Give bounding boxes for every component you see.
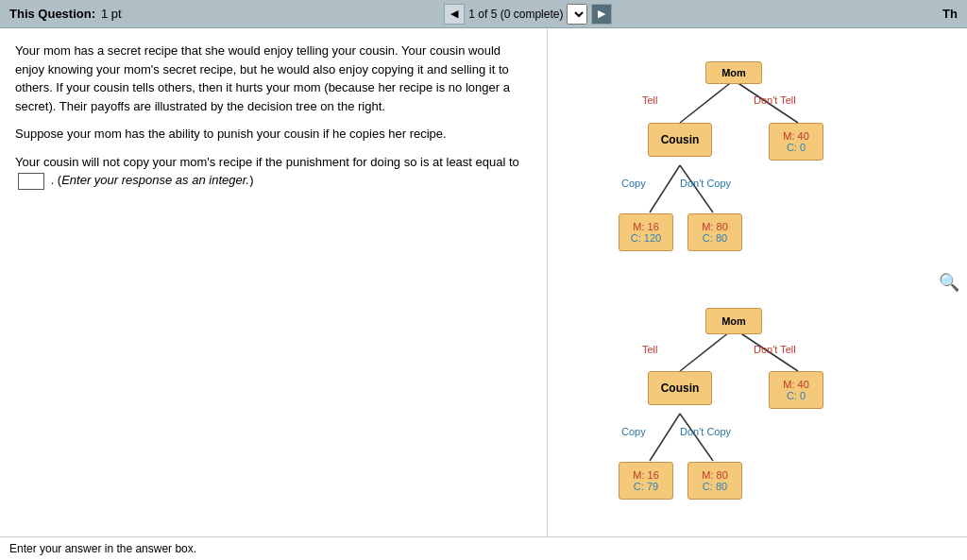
tree2-donttell-payoff: M: 40 C: 0 xyxy=(769,371,823,409)
question-label: This Question: xyxy=(9,7,95,21)
tree1-tell-label: Tell xyxy=(642,94,658,106)
tree2-dontcopy-payoff: M: 80 C: 80 xyxy=(687,462,742,500)
tree1-dont-tell-label: Don't Tell xyxy=(754,94,796,106)
svg-line-2 xyxy=(650,165,680,212)
navigation-center: ◀ 1 of 5 (0 complete) ▶ xyxy=(444,4,612,25)
svg-line-3 xyxy=(680,165,713,212)
right-panel: Mom Tell Don't Tell Cousin M: 40 C: 0 Co… xyxy=(548,28,967,536)
top-bar: This Question: 1 pt ◀ 1 of 5 (0 complete… xyxy=(0,0,967,28)
bottom-bar: Enter your answer in the answer box. xyxy=(0,536,967,560)
zoom-icon[interactable]: 🔍 xyxy=(939,272,959,293)
bottom-bar-text: Enter your answer in the answer box. xyxy=(9,542,196,555)
progress-dropdown[interactable] xyxy=(567,4,587,25)
svg-line-6 xyxy=(650,414,680,461)
tree1-copy-label: Copy xyxy=(621,178,646,189)
paragraph1: Your mom has a secret recipe that she wo… xyxy=(15,42,532,115)
left-panel: Your mom has a secret recipe that she wo… xyxy=(0,28,548,536)
svg-line-7 xyxy=(680,414,713,461)
tree2-dontcopy-label: Don't Copy xyxy=(680,426,731,437)
tree1-copy-payoff: M: 16 C: 120 xyxy=(619,213,673,251)
paragraph3-prefix: Your cousin will not copy your mom's rec… xyxy=(15,155,519,169)
next-button[interactable]: ▶ xyxy=(591,4,612,25)
tree1-root: Mom xyxy=(705,61,762,84)
right-label: Th xyxy=(942,7,958,21)
paragraph3-suffix: . (Enter your response as an integer.) xyxy=(51,173,254,187)
tree1-dontcopy-label: Don't Copy xyxy=(680,178,731,189)
answer-input[interactable] xyxy=(18,173,44,190)
tree2-root: Mom xyxy=(705,308,762,334)
prev-button[interactable]: ◀ xyxy=(444,4,465,25)
tree-container: Mom Tell Don't Tell Cousin M: 40 C: 0 Co… xyxy=(548,28,967,536)
question-info: This Question: 1 pt xyxy=(9,7,122,21)
svg-line-0 xyxy=(680,80,734,123)
paragraph2: Suppose your mom has the ability to puni… xyxy=(15,125,532,144)
paragraph3: Your cousin will not copy your mom's rec… xyxy=(15,153,532,190)
tree2-copy-label: Copy xyxy=(621,426,646,437)
main-content: Your mom has a secret recipe that she wo… xyxy=(0,28,967,536)
question-pts: 1 pt xyxy=(101,7,122,21)
svg-line-4 xyxy=(680,329,734,371)
tree1-donttell-payoff: M: 40 C: 0 xyxy=(769,123,823,161)
italic-note: Enter your response as an integer. xyxy=(61,173,249,187)
tree1-cousin-node: Cousin xyxy=(648,123,712,157)
tree2-copy-payoff: M: 16 C: 79 xyxy=(619,462,673,500)
tree2-cousin-node: Cousin xyxy=(648,371,712,405)
tree2-dont-tell-label: Don't Tell xyxy=(754,344,796,355)
tree2-tell-label: Tell xyxy=(642,344,658,355)
tree1-dontcopy-payoff: M: 80 C: 80 xyxy=(687,213,742,251)
progress-text: 1 of 5 (0 complete) xyxy=(468,8,563,21)
